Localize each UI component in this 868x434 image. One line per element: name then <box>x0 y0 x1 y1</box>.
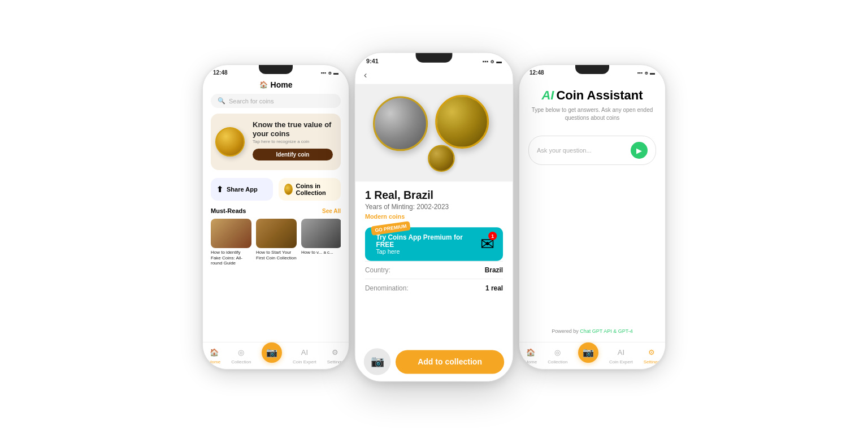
assistant-title: Coin Assistant <box>556 88 643 103</box>
status-icons-ai: ▪▪▪ ⌾ ▬ <box>637 70 655 76</box>
nav-settings-ai[interactable]: ⚙ Settings <box>644 346 660 364</box>
ai-input-area[interactable]: Ask your question... ▶ <box>528 136 656 165</box>
nav-expert-icon-ai: AI <box>615 346 627 358</box>
see-all-link[interactable]: See All <box>322 208 341 214</box>
coin-detail-content: 1 Real, Brazil Years of Minting: 2002-20… <box>355 181 513 343</box>
notification-badge: 1 <box>488 232 497 240</box>
camera-button[interactable]: 📷 <box>364 348 391 375</box>
premium-banner[interactable]: GO PREMIUM Try Coins App Premium for FRE… <box>365 227 503 261</box>
screen-ai: AI Coin Assistant Type below to get answ… <box>519 77 665 342</box>
nav-collection-ai[interactable]: ◎ Collection <box>548 346 567 364</box>
banner-title: Know the true value of your coins <box>253 120 333 138</box>
add-to-collection-button[interactable]: Add to collection <box>396 350 504 374</box>
article-3-image <box>301 219 341 248</box>
nav-home-icon-ai: 🏠 <box>524 346 537 358</box>
time-ai: 12:48 <box>530 70 544 76</box>
back-button[interactable]: ‹ <box>355 66 513 84</box>
article-1[interactable]: How to identify Fake Coins: All-round Gu… <box>211 219 251 266</box>
nav-collection[interactable]: ◎ Collection <box>231 346 251 364</box>
nav-collection-icon-ai: ◎ <box>552 346 564 358</box>
nav-home-icon: 🏠 <box>208 346 220 358</box>
country-row: Country: Brazil <box>365 261 503 279</box>
camera-icon: 📷 <box>371 355 384 368</box>
nav-settings-icon-ai: ⚙ <box>645 346 658 358</box>
status-bar-detail: 9:41 ▪▪▪ ⌾ ▬ <box>355 53 513 66</box>
signal-icon: ▪▪▪ <box>320 70 326 76</box>
nav-camera-ai[interactable]: 📷 <box>578 348 598 363</box>
ai-subtitle: Type below to get answers. Ask any open … <box>528 106 656 122</box>
bottom-nav-home: 🏠 Home ◎ Collection 📷 AI Coin Expert ⚙ S… <box>203 342 349 369</box>
banner-subtitle: Tap here to recognize a coin <box>253 139 333 144</box>
nav-camera-icon-ai: 📷 <box>578 342 598 363</box>
nav-home-label-ai: Home <box>525 359 537 364</box>
home-title: Home <box>271 80 293 89</box>
battery-icon-2: ▬ <box>496 58 502 64</box>
nav-home-label: Home <box>209 359 220 364</box>
status-icons-home: ▪▪▪ ⌾ ▬ <box>320 70 338 76</box>
search-bar[interactable]: 🔍 Search for coins <box>211 94 341 108</box>
share-app-card[interactable]: ⬆ Share App <box>211 178 273 201</box>
notch-ai <box>575 65 609 74</box>
battery-icon-3: ▬ <box>650 70 655 76</box>
article-3-title: How to v... a c... <box>301 250 341 255</box>
send-icon: ▶ <box>636 146 642 155</box>
status-bar-ai: 12:48 ▪▪▪ ⌾ ▬ <box>519 65 665 77</box>
article-2[interactable]: How to Start Your First Coin Collection <box>256 219 297 266</box>
coin-left <box>373 96 428 151</box>
nav-collection-icon: ◎ <box>235 346 248 358</box>
article-1-title: How to identify Fake Coins: All-round Gu… <box>211 250 251 266</box>
ai-title: AI Coin Assistant <box>528 88 656 103</box>
premium-icon: ✉ 1 <box>480 234 494 254</box>
phone-ai: 12:48 ▪▪▪ ⌾ ▬ AI Coin Assistant Type bel… <box>519 64 666 370</box>
nav-home-ai[interactable]: 🏠 Home <box>524 346 537 364</box>
bottom-nav-ai: 🏠 Home ◎ Collection 📷 AI Coin Expert ⚙ S… <box>519 342 665 369</box>
nav-expert-label-ai: Coin Expert <box>609 359 633 364</box>
articles-list: How to identify Fake Coins: All-round Gu… <box>211 219 341 266</box>
send-button[interactable]: ▶ <box>631 142 648 159</box>
must-reads-label: Must-Reads <box>211 207 246 214</box>
screen-home: 🏠 Home 🔍 Search for coins Know the true … <box>203 77 349 342</box>
coin-small <box>428 145 455 172</box>
wifi-icon: ⌾ <box>328 70 331 76</box>
years-label: Years of Minting: <box>365 203 415 210</box>
coins-icon <box>284 184 293 195</box>
coin-image-area <box>355 84 513 182</box>
nav-settings-icon: ⚙ <box>329 346 341 358</box>
powered-text: Powered by <box>552 328 579 334</box>
coin-tag[interactable]: Modern coins <box>365 214 405 220</box>
nav-settings-label-ai: Settings <box>644 359 660 364</box>
nav-expert-icon: AI <box>298 346 311 358</box>
article-3[interactable]: How to v... a c... <box>301 219 341 266</box>
home-header: 🏠 Home <box>203 77 349 92</box>
screen-detail: ‹ 1 Real, Brazil Years of Minting: 2002-… <box>355 66 513 381</box>
status-icons-detail: ▪▪▪ ⌾ ▬ <box>483 58 502 64</box>
share-icon: ⬆ <box>216 185 223 194</box>
ai-label: AI <box>541 88 554 103</box>
coin-name: 1 Real, Brazil <box>365 189 503 202</box>
country-label: Country: <box>365 266 390 274</box>
nav-settings[interactable]: ⚙ Settings <box>327 346 344 364</box>
home-cards: ⬆ Share App Coins in Collection <box>211 178 341 201</box>
powered-link[interactable]: Chat GPT API & GPT-4 <box>580 328 632 334</box>
nav-camera[interactable]: 📷 <box>262 348 282 363</box>
country-value: Brazil <box>485 266 503 274</box>
banner-coin <box>215 127 245 157</box>
premium-text-2: Tap here <box>376 248 400 255</box>
time-detail: 9:41 <box>366 58 379 64</box>
nav-expert-ai[interactable]: AI Coin Expert <box>609 346 633 364</box>
status-bar-home: 12:48 ▪▪▪ ⌾ ▬ <box>203 65 349 77</box>
nav-home[interactable]: 🏠 Home <box>208 346 220 364</box>
banner-text: Know the true value of your coins Tap he… <box>253 120 333 144</box>
nav-collection-label: Collection <box>231 359 251 364</box>
coins-collection-card[interactable]: Coins in Collection <box>279 178 341 201</box>
ai-content: AI Coin Assistant Type below to get answ… <box>519 77 665 342</box>
ai-input-placeholder: Ask your question... <box>537 147 592 154</box>
phone-detail: 9:41 ▪▪▪ ⌾ ▬ ‹ 1 Real, Brazil <box>355 52 514 381</box>
search-placeholder: Search for coins <box>229 98 274 105</box>
identify-banner[interactable]: Know the true value of your coins Tap he… <box>211 114 341 170</box>
battery-icon: ▬ <box>333 70 338 76</box>
identify-button[interactable]: Identify coin <box>253 149 333 160</box>
denomination-row: Denomination: 1 real <box>365 279 503 296</box>
signal-icon-2: ▪▪▪ <box>483 58 488 64</box>
nav-expert[interactable]: AI Coin Expert <box>293 346 316 364</box>
